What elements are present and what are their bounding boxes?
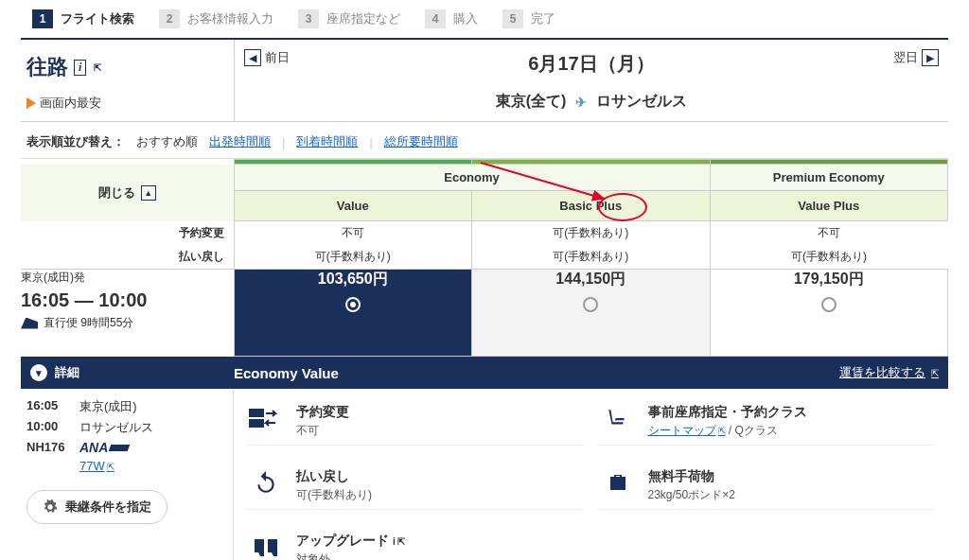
svg-rect-1 — [249, 409, 264, 417]
compare-fares-link[interactable]: 運賃を比較する ⇱ — [839, 364, 939, 381]
step-label: 購入 — [453, 10, 478, 27]
flight-origin: 東京(成田)発 — [21, 270, 234, 286]
route-from: 東京(全て) — [496, 92, 567, 112]
sort-arrival[interactable]: 到着時間順 — [296, 133, 358, 150]
plane-icon: ✈ — [575, 95, 587, 110]
chevron-down-icon[interactable]: ▾ — [30, 364, 47, 381]
chevron-right-icon: ▶ — [922, 49, 939, 66]
cond-valueplus-refund: 可(手数料あり) — [710, 245, 948, 270]
next-day-button[interactable]: 翌日 ▶ — [893, 49, 939, 66]
info-bag-sub: 23kg/50ポンド×2 — [648, 487, 735, 503]
radio-icon — [583, 297, 598, 312]
seat-class: / Qクラス — [726, 424, 778, 437]
page-title: 往路 i ⇱ — [26, 53, 228, 81]
premium-header: Premium Economy — [710, 165, 948, 191]
step-label: 座席指定など — [326, 10, 400, 27]
svg-rect-2 — [249, 419, 264, 428]
transfer-conditions-button[interactable]: 乗継条件を指定 — [26, 490, 167, 524]
seatmap-link[interactable]: シートマップ⇱ — [648, 424, 726, 437]
sort-row: 表示順並び替え： おすすめ順 出発時間順 | 到着時間順 | 総所要時間順 — [21, 122, 948, 159]
info-bag-head: 無料手荷物 — [648, 468, 735, 485]
cond-value-refund: 可(手数料あり) — [234, 245, 472, 270]
info-refund-head: 払い戻し — [296, 468, 372, 485]
external-icon: ⇱ — [931, 368, 939, 378]
info-icon[interactable]: i — [393, 536, 396, 547]
flight-duration: 直行便 9時間55分 — [21, 315, 234, 331]
triangle-icon — [26, 97, 36, 109]
step-label: フライト検索 — [61, 10, 134, 27]
radio-icon — [821, 297, 837, 312]
info-refund: 払い戻し可(手数料あり) — [247, 463, 584, 510]
external-icon: ⇱ — [107, 462, 115, 472]
detail-bar: ▾ 詳細 Economy Value 運賃を比較する ⇱ — [21, 357, 948, 389]
step-3: 3座席指定など — [298, 9, 400, 28]
step-1: 1フライト検索 — [32, 9, 134, 28]
cond-basicplus-refund: 可(手数料あり) — [472, 245, 711, 270]
info-baggage: 無料手荷物23kg/50ポンド×2 — [599, 463, 936, 510]
info-change-head: 予約変更 — [296, 404, 349, 421]
cond-refund-label: 払い戻し — [21, 245, 234, 270]
seat-icon — [599, 404, 637, 432]
external-icon: ⇱ — [94, 62, 101, 73]
title-text: 往路 — [26, 53, 68, 81]
fare-valueplus-header: Value Plus — [710, 191, 948, 221]
close-button[interactable]: 閉じる ▲ — [98, 184, 156, 201]
fare-value-header: Value — [234, 191, 472, 221]
prev-day-button[interactable]: ◀ 前日 — [244, 49, 290, 66]
progress-steps: 1フライト検索 2お客様情報入力 3座席指定など 4購入 5完了 — [21, 4, 948, 40]
info-seat: 事前座席指定・予約クラス シートマップ⇱ / Qクラス — [599, 398, 936, 446]
flight-times: 16:05 — 10:00 — [21, 289, 234, 311]
sort-departure[interactable]: 出発時間順 — [209, 133, 271, 150]
sort-recommended: おすすめ順 — [136, 133, 198, 150]
price-basicplus-amount: 144,150円 — [472, 270, 710, 289]
gear-icon — [43, 499, 58, 515]
info-upgrade-sub: 対象外 — [296, 551, 405, 560]
price-basicplus[interactable]: 144,150円 — [472, 270, 711, 357]
cond-valueplus-change: 不可 — [710, 221, 948, 246]
ana-logo: ANA — [79, 440, 129, 455]
step-5: 5完了 — [502, 9, 555, 28]
price-value[interactable]: 103,650円 — [234, 270, 472, 357]
detail-fareclass: Economy Value — [234, 365, 339, 381]
aircraft-link[interactable]: 77W⇱ — [79, 459, 115, 473]
flight-direct-label: 直行便 9時間55分 — [44, 315, 133, 331]
compare-label: 運賃を比較する — [839, 364, 925, 381]
next-label: 翌日 — [893, 49, 918, 66]
price-valueplus-amount: 179,150円 — [711, 270, 948, 289]
sort-label: 表示順並び替え： — [26, 133, 125, 150]
external-icon: ⇱ — [397, 536, 405, 547]
price-valueplus[interactable]: 179,150円 — [710, 270, 948, 357]
info-seat-head: 事前座席指定・予約クラス — [648, 404, 807, 421]
chevron-left-icon: ◀ — [244, 49, 261, 66]
sort-duration[interactable]: 総所要時間順 — [384, 133, 458, 150]
dep-time: 16:05 — [26, 398, 70, 415]
cond-basicplus-change: 可(手数料あり) — [472, 221, 711, 246]
close-label: 閉じる — [98, 184, 135, 201]
arr-place: ロサンゼルス — [79, 419, 153, 436]
detail-label: 詳細 — [55, 364, 79, 381]
fare-basicplus-header: Basic Plus — [472, 191, 711, 221]
info-icon[interactable]: i — [74, 60, 86, 76]
info-refund-sub: 可(手数料あり) — [296, 487, 372, 503]
info-upgrade-head: アップグレード i⇱ — [296, 533, 405, 550]
cond-value-change: 不可 — [234, 221, 472, 246]
baggage-icon — [599, 468, 637, 497]
tail-icon — [21, 318, 38, 329]
external-icon: ⇱ — [718, 426, 726, 436]
selected-date: 6月17日（月） — [244, 51, 939, 77]
change-icon — [247, 404, 285, 432]
transfer-label: 乗継条件を指定 — [65, 499, 151, 516]
route-to: ロサンゼルス — [596, 92, 687, 112]
prev-label: 前日 — [265, 49, 290, 66]
cond-change-label: 予約変更 — [21, 221, 234, 246]
info-upgrade: アップグレード i⇱ 対象外 — [247, 527, 584, 560]
flight-number: NH176 — [26, 440, 70, 455]
lowest-label: 画面内最安 — [40, 95, 101, 112]
info-change-sub: 不可 — [296, 423, 349, 439]
refund-icon — [247, 468, 285, 497]
step-label: 完了 — [531, 10, 555, 27]
lowest-price-legend: 画面内最安 — [26, 95, 228, 112]
upgrade-icon — [247, 533, 285, 560]
route: 東京(全て) ✈ ロサンゼルス — [244, 92, 939, 112]
chevron-up-icon: ▲ — [141, 185, 156, 201]
